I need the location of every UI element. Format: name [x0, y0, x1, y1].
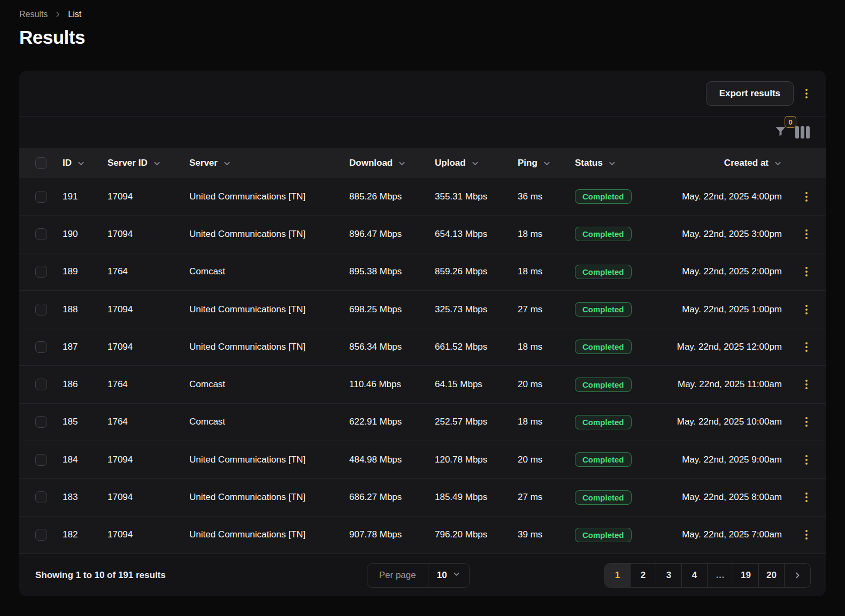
- row-checkbox-cell: [19, 529, 63, 541]
- cell-ping: 18 ms: [518, 266, 575, 277]
- cell-download: 110.46 Mbps: [349, 379, 435, 390]
- cell-status: Completed: [575, 265, 661, 279]
- sort-chevron-down-icon: [608, 159, 616, 167]
- sort-chevron-down-icon: [774, 159, 782, 167]
- row-checkbox[interactable]: [35, 304, 47, 315]
- column-header-server_id[interactable]: Server ID: [107, 158, 189, 168]
- row-menu-button[interactable]: [802, 490, 811, 504]
- row-menu-button[interactable]: [802, 190, 811, 204]
- column-header-status[interactable]: Status: [575, 158, 661, 168]
- sort-chevron-down-icon: [398, 159, 406, 167]
- status-badge: Completed: [575, 227, 632, 241]
- row-actions-cell: [787, 340, 826, 354]
- page-title: Results: [19, 24, 826, 48]
- cell-server: United Communications [TN]: [189, 342, 349, 352]
- sort-chevron-down-icon: [471, 159, 479, 167]
- cell-id: 188: [63, 304, 107, 315]
- row-menu-button[interactable]: [802, 227, 811, 241]
- cell-download: 686.27 Mbps: [349, 492, 435, 503]
- cell-server_id: 17094: [107, 455, 189, 465]
- page-button-3[interactable]: 3: [656, 564, 682, 587]
- row-menu-button[interactable]: [802, 303, 811, 317]
- cell-download: 622.91 Mbps: [349, 417, 435, 427]
- table-header: IDServer IDServerDownloadUploadPingStatu…: [19, 148, 826, 178]
- column-header-ping[interactable]: Ping: [518, 158, 575, 168]
- row-actions-cell: [787, 453, 826, 467]
- cell-ping: 39 ms: [518, 529, 575, 540]
- cell-server: United Communications [TN]: [189, 229, 349, 240]
- row-menu-button[interactable]: [802, 528, 811, 542]
- column-header-created_at[interactable]: Created at: [661, 158, 787, 168]
- cell-created_at: May. 22nd, 2025 3:00pm: [661, 229, 787, 240]
- row-menu-button[interactable]: [802, 378, 811, 391]
- page-button-4[interactable]: 4: [682, 564, 708, 587]
- card-toolbar: Export results: [19, 71, 826, 117]
- cell-upload: 325.73 Mbps: [435, 304, 518, 315]
- filter-button[interactable]: 0: [773, 125, 788, 140]
- cell-id: 186: [63, 379, 107, 390]
- row-checkbox[interactable]: [35, 379, 47, 390]
- page-button-1[interactable]: 1: [605, 564, 631, 587]
- cell-id: 187: [63, 342, 107, 352]
- cell-server: United Communications [TN]: [189, 455, 349, 465]
- cell-ping: 20 ms: [518, 379, 575, 390]
- row-checkbox[interactable]: [35, 491, 47, 503]
- row-checkbox[interactable]: [35, 529, 47, 541]
- sort-chevron-down-icon: [153, 159, 161, 167]
- column-header-id[interactable]: ID: [63, 158, 107, 168]
- page-button-2[interactable]: 2: [631, 564, 656, 587]
- row-menu-button[interactable]: [802, 415, 811, 429]
- cell-server_id: 17094: [107, 304, 189, 315]
- cell-ping: 18 ms: [518, 417, 575, 427]
- column-header-upload[interactable]: Upload: [435, 158, 518, 168]
- next-page-button[interactable]: [785, 564, 810, 587]
- chevron-down-icon: [452, 570, 460, 581]
- table-row: 18817094United Communications [TN]698.25…: [19, 291, 826, 328]
- export-results-button[interactable]: Export results: [706, 81, 794, 106]
- cell-download: 698.25 Mbps: [349, 304, 435, 315]
- row-checkbox[interactable]: [35, 228, 47, 240]
- breadcrumb-results[interactable]: Results: [19, 10, 48, 19]
- row-menu-button[interactable]: [802, 265, 811, 279]
- cell-ping: 36 ms: [518, 191, 575, 202]
- row-checkbox-cell: [19, 454, 63, 466]
- cell-server_id: 17094: [107, 529, 189, 540]
- table-row: 19117094United Communications [TN]885.26…: [19, 178, 826, 215]
- per-page-select[interactable]: 10: [428, 564, 469, 587]
- row-checkbox[interactable]: [35, 416, 47, 428]
- cell-server_id: 17094: [107, 342, 189, 352]
- breadcrumb: Results List: [19, 7, 826, 24]
- cell-upload: 120.78 Mbps: [435, 455, 518, 465]
- sort-chevron-down-icon: [543, 159, 551, 167]
- status-badge: Completed: [575, 415, 632, 429]
- row-menu-button[interactable]: [802, 340, 811, 354]
- columns-toggle-button[interactable]: [795, 126, 810, 138]
- row-actions-cell: [787, 190, 826, 204]
- page-button-19[interactable]: 19: [733, 564, 759, 587]
- per-page-label: Per page: [367, 564, 428, 587]
- column-label: Created at: [724, 158, 769, 168]
- per-page-control: Per page 10: [367, 563, 470, 588]
- cell-status: Completed: [575, 378, 661, 392]
- row-checkbox[interactable]: [35, 266, 47, 278]
- select-all-checkbox[interactable]: [35, 157, 47, 169]
- toolbar-menu-button[interactable]: [802, 87, 811, 101]
- cell-server: Comcast: [189, 379, 349, 390]
- row-menu-button[interactable]: [802, 453, 811, 467]
- row-checkbox[interactable]: [35, 454, 47, 466]
- cell-server: Comcast: [189, 266, 349, 277]
- row-checkbox-cell: [19, 341, 63, 353]
- row-actions-cell: [787, 415, 826, 429]
- cell-id: 191: [63, 191, 107, 202]
- page-button-20[interactable]: 20: [759, 564, 785, 587]
- table-row: 18417094United Communications [TN]484.98…: [19, 441, 826, 479]
- row-actions-cell: [787, 378, 826, 391]
- cell-server_id: 17094: [107, 229, 189, 240]
- row-checkbox[interactable]: [35, 191, 47, 203]
- row-checkbox[interactable]: [35, 341, 47, 353]
- column-header-download[interactable]: Download: [349, 158, 435, 168]
- cell-upload: 654.13 Mbps: [435, 229, 518, 240]
- cell-upload: 859.26 Mbps: [435, 266, 518, 277]
- column-label: Ping: [518, 158, 537, 168]
- column-header-server[interactable]: Server: [189, 158, 349, 168]
